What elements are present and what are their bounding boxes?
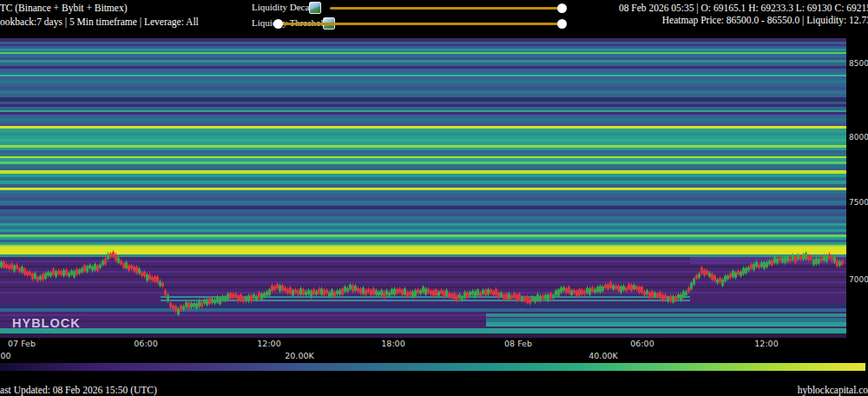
liquidity-colorbar	[0, 363, 865, 371]
heatmap-band	[0, 190, 846, 194]
heatmap-band	[0, 181, 846, 184]
heatmap-band	[0, 216, 846, 220]
heatmap-band	[0, 271, 846, 273]
heatmap-band	[0, 75, 846, 76]
time-axis: 07 Feb06:0012:0018:0008 Feb06:0012:00	[0, 339, 868, 349]
heatmap-band	[0, 333, 846, 338]
heatmap-band	[0, 118, 846, 122]
heatmap-band	[0, 229, 846, 232]
heatmap-price-readout: Heatmap Price: 86500.0 - 86550.0 | Liqui…	[662, 14, 868, 26]
price-axis-tick: 70000.0	[849, 275, 868, 284]
colorbar-scale-labels: 0.0020.00K40.00K	[0, 351, 868, 361]
colorbar-tick-label: 0.00	[0, 351, 11, 360]
decay-info-image-icon[interactable]	[309, 2, 321, 14]
heatmap-band	[0, 276, 846, 278]
heatmap-band	[0, 247, 846, 254]
heatmap-band	[486, 322, 846, 327]
decay-slider-track[interactable]	[330, 7, 562, 10]
heatmap-band	[0, 164, 846, 168]
colorbar-tick-label: 40.00K	[589, 351, 617, 360]
heatmap-band	[161, 300, 690, 301]
hyblock-watermark: HYBLOCK	[12, 316, 81, 330]
lookback-settings: Lookback:7 days | 5 Min timeframe | Leve…	[0, 16, 199, 28]
time-axis-tick: 12:00	[257, 339, 280, 348]
heatmap-band	[0, 287, 846, 288]
site-link[interactable]: hyblockcapital.com	[798, 385, 868, 395]
heatmap-band	[0, 266, 846, 267]
heatmap-band	[161, 296, 690, 298]
heatmap-band	[0, 148, 846, 150]
time-axis-tick: 06:00	[630, 339, 654, 348]
colorbar-tick-label: 20.00K	[285, 351, 313, 360]
heatmap-canvas[interactable]: HYBLOCK	[0, 38, 846, 338]
time-axis-tick: 08 Feb	[504, 339, 532, 348]
threshold-slider-track[interactable]	[279, 23, 562, 25]
footer-bar: Last Updated: 08 Feb 2026 15:50 (UTC) hy…	[0, 384, 868, 396]
heatmap-band	[0, 261, 846, 262]
price-axis-tick: 85000.0	[849, 59, 868, 68]
heatmap-band	[0, 104, 846, 107]
time-axis-tick: 07 Feb	[8, 339, 36, 348]
threshold-slider-handle-min[interactable]	[273, 19, 283, 29]
decay-slider-handle[interactable]	[557, 3, 567, 13]
heatmap-band	[0, 60, 846, 63]
time-axis-tick: 06:00	[134, 339, 157, 348]
heatmap-band	[0, 292, 846, 294]
app-root: { "header": { "left": { "line1": "BTC (B…	[0, 0, 868, 396]
heatmap-band	[0, 206, 846, 209]
heatmap-band	[0, 66, 846, 69]
heatmap-band	[0, 44, 846, 46]
price-axis-tick: 80000.0	[849, 133, 868, 142]
heatmap-band	[0, 112, 846, 115]
liquidity-decay-label: Liquidity Decay	[252, 2, 314, 12]
time-axis-tick: 12:00	[754, 339, 778, 348]
heatmap-band	[0, 245, 846, 247]
heatmap-band	[0, 237, 846, 240]
heatmap-band	[0, 281, 846, 283]
heatmap-band	[0, 308, 846, 312]
time-axis-tick: 18:00	[381, 339, 404, 348]
ohlc-readout: 08 Feb 2026 05:35 | O: 69165.1 H: 69233.…	[619, 2, 868, 14]
heatmap-band	[0, 201, 846, 204]
header-bar: BTC (Binance + Bybit + Bitmex) Lookback:…	[0, 0, 868, 38]
heatmap-band	[0, 49, 846, 51]
heatmap-band	[486, 314, 846, 317]
symbol-title: BTC (Binance + Bybit + Bitmex)	[0, 2, 127, 14]
threshold-slider-handle-max[interactable]	[557, 19, 567, 29]
heatmap-band	[0, 80, 846, 83]
last-updated-text: Last Updated: 08 Feb 2026 15:50 (UTC)	[0, 385, 157, 395]
price-axis: 85000.080000.075000.070000.0	[849, 0, 868, 396]
price-axis-tick: 75000.0	[849, 198, 868, 207]
heatmap-band	[0, 90, 846, 94]
